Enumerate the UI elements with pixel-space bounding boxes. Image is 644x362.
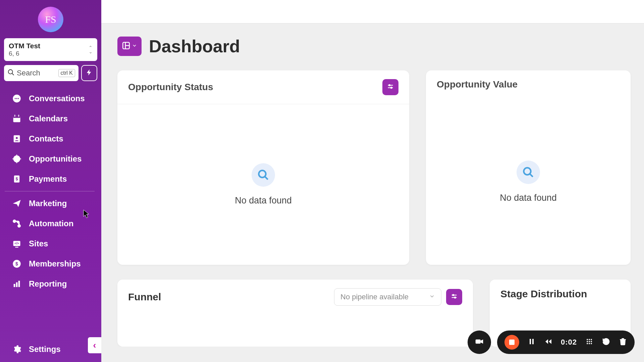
svg-rect-47 <box>532 339 534 344</box>
sidebar-item-reporting[interactable]: Reporting <box>0 274 101 294</box>
nav-divider <box>5 191 95 191</box>
funnel-title: Funnel <box>128 291 161 303</box>
search-shortcut: ctrl K <box>58 69 75 77</box>
svg-rect-9 <box>18 115 19 117</box>
flow-icon <box>11 218 22 229</box>
svg-rect-28 <box>16 282 18 287</box>
svg-point-21 <box>18 225 20 227</box>
svg-rect-29 <box>18 281 20 287</box>
sliders-icon <box>387 83 394 92</box>
funnel-controls: No pipeline available <box>334 288 462 306</box>
restart-icon <box>602 338 610 347</box>
badge-dollar-icon: $ <box>11 258 22 269</box>
account-picker[interactable]: OTM Test 6, 6 ⌃⌃ <box>4 38 97 61</box>
sidebar-item-sites[interactable]: </> Sites <box>0 234 101 254</box>
chevron-down-icon <box>429 293 435 301</box>
sidebar-item-label: Automation <box>29 219 73 228</box>
recorder-grid-button[interactable] <box>585 338 594 347</box>
svg-point-3 <box>15 98 16 99</box>
svg-point-50 <box>591 339 592 340</box>
sidebar-item-label: Marketing <box>29 199 67 208</box>
up-down-chevron-icon: ⌃⌃ <box>89 46 93 53</box>
svg-point-52 <box>589 341 590 342</box>
recorder-camera-button[interactable] <box>468 330 491 354</box>
svg-rect-45 <box>476 340 481 344</box>
rewind-icon <box>544 338 552 347</box>
svg-text:$: $ <box>15 261 18 266</box>
sidebar-nav: Conversations Calendars Contacts Opportu… <box>0 88 101 189</box>
sidebar: FS OTM Test 6, 6 ⌃⌃ Search ctrl K Conver <box>0 0 101 362</box>
account-name: OTM Test <box>9 42 40 50</box>
recorder-toolbar: 0:02 <box>497 330 635 354</box>
svg-point-13 <box>16 158 18 160</box>
sidebar-collapse-button[interactable]: ‹ <box>88 337 101 353</box>
card-row-1: Opportunity Status No data found <box>117 70 631 265</box>
stage-title: Stage Distribution <box>500 288 620 300</box>
empty-text: No data found <box>500 193 557 203</box>
svg-line-38 <box>265 177 268 180</box>
stop-icon <box>509 340 515 345</box>
card-body: No data found <box>117 104 409 265</box>
svg-point-53 <box>591 341 592 342</box>
sidebar-item-opportunities[interactable]: Opportunities <box>0 149 101 169</box>
card-settings-button[interactable] <box>382 79 398 95</box>
svg-point-5 <box>18 98 19 99</box>
recorder-time: 0:02 <box>561 338 577 347</box>
grid-dots-icon <box>585 338 593 347</box>
quick-actions-button[interactable] <box>81 65 97 81</box>
sidebar-item-contacts[interactable]: Contacts <box>0 129 101 149</box>
svg-point-42 <box>452 295 454 296</box>
sidebar-nav-secondary: Marketing Automation </> Sites $ Members… <box>0 193 101 294</box>
svg-point-51 <box>587 341 588 342</box>
sidebar-item-conversations[interactable]: Conversations <box>0 88 101 109</box>
svg-point-11 <box>16 137 18 139</box>
sidebar-item-label: Calendars <box>29 114 68 123</box>
recorder-stop-button[interactable] <box>504 335 519 350</box>
svg-point-36 <box>391 87 392 88</box>
svg-point-37 <box>259 171 266 178</box>
recorder-rewind-button[interactable] <box>544 338 553 347</box>
chat-bubble-icon <box>11 93 22 104</box>
trash-icon <box>619 338 627 347</box>
search-row: Search ctrl K <box>4 65 97 81</box>
main: Dashboard Opportunity Status No data <box>101 0 644 362</box>
card-funnel: Funnel No pipeline available <box>117 280 473 347</box>
sidebar-item-label: Memberships <box>29 259 81 268</box>
recorder-pause-button[interactable] <box>527 338 536 347</box>
svg-line-1 <box>12 73 14 75</box>
search-icon <box>7 69 15 77</box>
sidebar-item-label: Sites <box>29 239 48 248</box>
bolt-icon <box>86 69 93 77</box>
sidebar-item-calendars[interactable]: Calendars <box>0 109 101 129</box>
search-input[interactable]: Search ctrl K <box>4 65 78 81</box>
svg-rect-46 <box>530 339 531 344</box>
paper-plane-icon <box>11 198 22 209</box>
sliders-icon <box>450 293 458 301</box>
svg-point-34 <box>389 85 390 86</box>
layout-grid-icon <box>122 41 130 51</box>
sidebar-item-label: Opportunities <box>29 154 82 164</box>
empty-text: No data found <box>235 195 292 206</box>
funnel-settings-button[interactable] <box>446 289 462 305</box>
card-opportunity-status: Opportunity Status No data found <box>117 70 409 265</box>
sidebar-item-marketing[interactable]: Marketing <box>0 193 101 214</box>
svg-point-20 <box>13 220 16 222</box>
card-header: Opportunity Status <box>117 70 409 104</box>
pipeline-select[interactable]: No pipeline available <box>334 288 441 306</box>
recorder-restart-button[interactable] <box>602 338 610 347</box>
bar-chart-icon <box>11 279 22 289</box>
card-title: Opportunity Status <box>128 82 213 93</box>
card-title: Opportunity Value <box>437 79 518 90</box>
sidebar-item-automation[interactable]: Automation <box>0 214 101 234</box>
receipt-dollar-icon: $ <box>11 174 22 184</box>
sidebar-item-memberships[interactable]: $ Memberships <box>0 254 101 274</box>
layout-toggle-button[interactable] <box>117 37 142 56</box>
site-code-icon: </> <box>11 238 22 249</box>
recorder-delete-button[interactable] <box>619 338 627 347</box>
sidebar-item-payments[interactable]: $ Payments <box>0 169 101 189</box>
card-header: Opportunity Value <box>426 70 631 99</box>
sidebar-item-settings[interactable]: Settings <box>0 339 101 362</box>
svg-text:</>: </> <box>14 242 19 245</box>
sidebar-item-label: Conversations <box>29 94 85 103</box>
gear-icon <box>11 344 22 355</box>
